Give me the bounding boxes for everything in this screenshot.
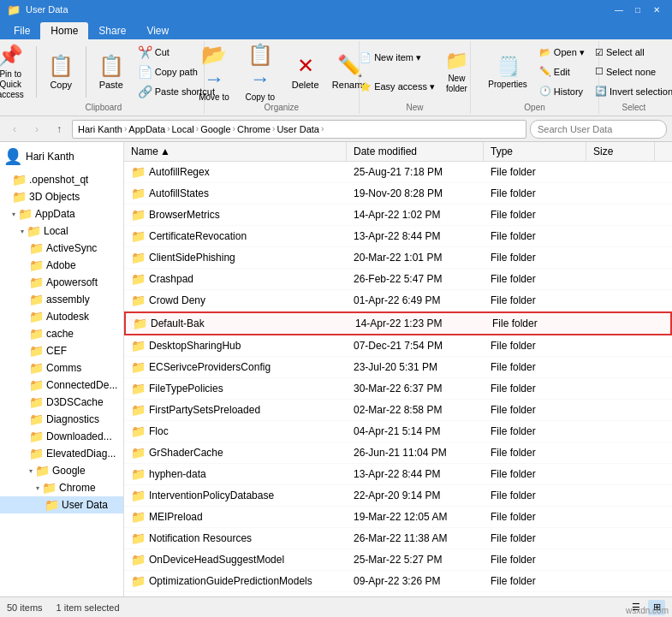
path-user-data[interactable]: User Data <box>277 124 319 134</box>
path-chrome[interactable]: Chrome <box>237 124 271 134</box>
table-row[interactable]: 📁 Crashpad 26-Feb-22 5:47 PM File folder <box>124 269 672 290</box>
sidebar-item-assembly[interactable]: 📁 assembly <box>0 291 123 308</box>
sidebar-item-cef[interactable]: 📁 CEF <box>0 342 123 359</box>
table-row[interactable]: 📁 FileTypePolicies 30-Mar-22 6:37 PM Fil… <box>124 378 672 400</box>
sidebar-item-apowersoft[interactable]: 📁 Apowersoft <box>0 274 123 291</box>
path-hari-kanth[interactable]: Hari Kanth <box>78 124 122 134</box>
selected-count: 1 item selected <box>56 602 120 613</box>
sidebar-item-adobe[interactable]: 📁 Adobe <box>0 257 123 274</box>
close-button[interactable]: ✕ <box>648 3 665 16</box>
sidebar-user[interactable]: 👤 Hari Kanth <box>0 142 123 171</box>
copy-to-button[interactable]: 📋→ Copy to <box>238 43 282 101</box>
address-path[interactable]: Hari Kanth › AppData › Local › Google › … <box>72 120 526 139</box>
maximize-button[interactable]: □ <box>629 3 646 16</box>
sidebar-item-elevateddiag[interactable]: 📁 ElevatedDiag... <box>0 445 123 462</box>
forward-button[interactable]: › <box>27 120 46 139</box>
move-icon: 📂→ <box>197 43 231 91</box>
table-row[interactable]: 📁 AutofillStates 19-Nov-20 8:28 PM File … <box>124 183 672 205</box>
tab-home[interactable]: Home <box>40 22 88 39</box>
table-row[interactable]: 📁 Crowd Deny 01-Apr-22 6:49 PM File fold… <box>124 290 672 311</box>
status-bar: 50 items 1 item selected ☰ ⊞ <box>0 596 672 617</box>
table-row[interactable]: 📁 ECSerivceProvidersConfig 23-Jul-20 5:3… <box>124 357 672 378</box>
folder-icon: 📁 <box>29 276 44 289</box>
table-row[interactable]: 📁 MEIPreload 19-Mar-22 12:05 AM File fol… <box>124 507 672 528</box>
new-item-icon: 📄 <box>360 52 372 63</box>
title-bar-title: User Data <box>26 4 610 15</box>
copy-button[interactable]: 📋 Copy <box>39 43 82 101</box>
open-button[interactable]: 📂 Open ▾ <box>536 45 588 60</box>
sidebar-item-3dobjects[interactable]: 📁 3D Objects <box>0 188 123 205</box>
file-type-cell: File folder <box>484 185 586 202</box>
folder-icon: 📁 <box>29 412 44 426</box>
table-row[interactable]: 📁 BrowserMetrics 14-Apr-22 1:02 PM File … <box>124 205 672 226</box>
table-row[interactable]: 📁 Notification Resources 26-Mar-22 11:38… <box>124 528 672 549</box>
folder-icon: 📁 <box>131 272 146 286</box>
select-none-button[interactable]: ☐ Select none <box>592 64 672 79</box>
sidebar-item-local[interactable]: ▾ 📁 Local <box>0 222 123 240</box>
table-row[interactable]: 📁 OptimizationHints 21-Nov-21 11:43 PM F… <box>124 592 672 596</box>
back-button[interactable]: ‹ <box>5 120 24 139</box>
table-row[interactable]: 📁 DesktopSharingHub 07-Dec-21 7:54 PM Fi… <box>124 335 672 357</box>
sidebar-item-d3dscache[interactable]: 📁 D3DSCache <box>0 394 123 411</box>
table-row[interactable]: 📁 OnDeviceHeadSuggestModel 25-Mar-22 5:2… <box>124 549 672 571</box>
folder-icon: 📁 <box>133 317 147 330</box>
sidebar-item-openshot[interactable]: 📁 .openshot_qt <box>0 171 123 188</box>
col-header-date[interactable]: Date modified <box>347 142 484 161</box>
sidebar-item-connectedde[interactable]: 📁 ConnectedDe... <box>0 377 123 394</box>
table-row[interactable]: 📁 OptimizationGuidePredictionModels 09-A… <box>124 571 672 592</box>
pin-quick-access-button[interactable]: 📌 Pin to Quick access <box>0 43 33 101</box>
sidebar-item-diagnostics[interactable]: 📁 Diagnostics <box>0 411 123 428</box>
sidebar-item-appdata[interactable]: ▾ 📁 AppData <box>0 205 123 222</box>
paste-button[interactable]: 📋 Paste <box>90 43 133 101</box>
table-row[interactable]: 📁 hyphen-data 13-Apr-22 8:44 PM File fol… <box>124 464 672 485</box>
select-all-button[interactable]: ☑ Select all <box>592 45 672 60</box>
table-row[interactable]: 📁 FirstPartySetsPreloaded 02-Mar-22 8:58… <box>124 400 672 421</box>
table-row[interactable]: 📁 Default-Bak 14-Apr-22 1:23 PM File fol… <box>124 311 672 335</box>
invert-selection-button[interactable]: 🔄 Invert selection <box>592 84 672 98</box>
file-date-cell: 07-Dec-21 7:54 PM <box>347 337 484 354</box>
properties-button[interactable]: 🗒️ Properties <box>481 43 534 101</box>
table-row[interactable]: 📁 InterventionPolicyDatabase 22-Apr-20 9… <box>124 485 672 507</box>
up-button[interactable]: ↑ <box>50 120 68 139</box>
file-name-cell: 📁 hyphen-data <box>124 465 347 484</box>
path-google[interactable]: Google <box>200 124 230 134</box>
col-header-name[interactable]: Name ▲ <box>124 142 347 161</box>
path-sep-4: › <box>233 124 235 133</box>
folder-icon: 📁 <box>131 187 146 200</box>
file-name: DesktopSharingHub <box>149 340 241 352</box>
search-input[interactable] <box>530 120 667 139</box>
minimize-button[interactable]: — <box>610 3 627 16</box>
open-group: 🗒️ Properties 📂 Open ▾ ✏️ Edit 🕐 History <box>471 41 599 114</box>
easy-access-button[interactable]: ⭐ Easy access ▾ <box>356 80 438 94</box>
path-appdata[interactable]: AppData <box>128 124 165 134</box>
table-row[interactable]: 📁 ClientSidePhishing 20-Mar-22 1:01 PM F… <box>124 247 672 269</box>
sidebar-item-downloaded[interactable]: 📁 Downloaded... <box>0 428 123 445</box>
move-to-button[interactable]: 📂→ Move to <box>192 43 236 101</box>
table-row[interactable]: 📁 GrShaderCache 26-Jun-21 11:04 PM File … <box>124 442 672 464</box>
table-row[interactable]: 📁 AutofillRegex 25-Aug-21 7:18 PM File f… <box>124 162 672 183</box>
new-item-button[interactable]: 📄 New item ▾ <box>356 50 438 65</box>
sidebar-item-activesync[interactable]: 📁 ActiveSync <box>0 240 123 257</box>
sidebar-item-comms[interactable]: 📁 Comms <box>0 359 123 377</box>
file-type-cell: File folder <box>484 401 586 418</box>
sidebar-item-user-data[interactable]: 📁 User Data <box>0 496 123 513</box>
sidebar-item-autodesk[interactable]: 📁 Autodesk <box>0 308 123 325</box>
sidebar-label: Chrome <box>59 482 96 494</box>
folder-icon: 📁 <box>131 574 146 588</box>
sidebar-item-cache[interactable]: 📁 cache <box>0 325 123 342</box>
new-folder-button[interactable]: 📁 New folder <box>440 43 473 101</box>
col-header-size[interactable]: Size <box>586 142 655 161</box>
col-header-type[interactable]: Type <box>484 142 586 161</box>
edit-button[interactable]: ✏️ Edit <box>536 64 588 79</box>
tab-share[interactable]: Share <box>88 22 136 39</box>
path-local[interactable]: Local <box>171 124 193 134</box>
table-row[interactable]: 📁 Floc 04-Apr-21 5:14 PM File folder <box>124 421 672 442</box>
sidebar-item-chrome[interactable]: ▾ 📁 Chrome <box>0 479 123 496</box>
sidebar-item-google[interactable]: ▾ 📁 Google <box>0 462 123 479</box>
path-sep-5: › <box>272 124 275 133</box>
tab-view[interactable]: View <box>136 22 179 39</box>
tab-file[interactable]: File <box>3 22 40 39</box>
delete-button[interactable]: ✕ Delete <box>284 43 327 101</box>
history-button[interactable]: 🕐 History <box>536 84 588 98</box>
table-row[interactable]: 📁 CertificateRevocation 13-Apr-22 8:44 P… <box>124 226 672 247</box>
